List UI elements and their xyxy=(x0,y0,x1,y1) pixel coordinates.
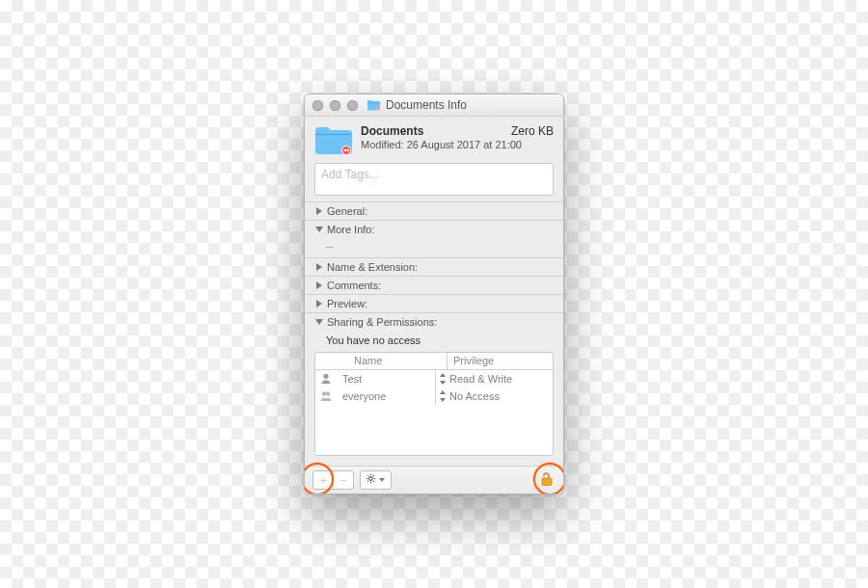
remove-user-button[interactable]: − xyxy=(334,471,353,489)
folder-large-icon xyxy=(314,124,353,157)
svg-line-14 xyxy=(367,475,368,476)
window-title: Documents Info xyxy=(367,98,556,112)
svg-point-9 xyxy=(369,477,373,481)
section-label: Comments: xyxy=(327,280,381,291)
section-general[interactable]: General: xyxy=(305,202,563,220)
chevron-right-icon xyxy=(314,207,323,216)
svg-line-17 xyxy=(367,481,368,482)
svg-rect-18 xyxy=(542,478,552,485)
stepper-icon[interactable] xyxy=(440,373,447,385)
item-header: Documents Zero KB Modified: 26 August 20… xyxy=(305,117,563,163)
action-menu-button[interactable] xyxy=(360,470,392,490)
minimize-button[interactable] xyxy=(330,100,340,111)
lock-icon xyxy=(540,471,554,490)
lock-button[interactable] xyxy=(538,471,556,489)
tags-placeholder: Add Tags... xyxy=(321,168,379,181)
add-user-button[interactable]: + xyxy=(313,471,333,489)
permissions-header: Name Privilege xyxy=(315,353,553,370)
item-name: Documents xyxy=(361,124,423,138)
privilege-value[interactable]: Read & Write xyxy=(449,373,512,385)
section-sharing[interactable]: Sharing & Permissions: xyxy=(305,313,563,331)
section-comments[interactable]: Comments: xyxy=(305,277,563,294)
chevron-down-icon xyxy=(314,318,323,327)
svg-point-7 xyxy=(322,391,326,395)
titlebar[interactable]: Documents Info xyxy=(305,94,563,117)
zoom-button[interactable] xyxy=(347,100,358,111)
user-icon xyxy=(315,372,337,386)
tags-field[interactable]: Add Tags... xyxy=(314,163,554,196)
section-name-extension[interactable]: Name & Extension: xyxy=(305,258,563,276)
table-row[interactable]: Test Read & Write xyxy=(315,370,553,388)
chevron-down-icon xyxy=(314,226,323,234)
section-more-info[interactable]: More Info: xyxy=(305,221,563,238)
section-preview[interactable]: Preview: xyxy=(305,295,563,312)
sharing-message: You have no access xyxy=(305,331,563,352)
item-size: Zero KB xyxy=(511,124,554,138)
chevron-right-icon xyxy=(314,263,323,272)
window-title-text: Documents Info xyxy=(386,98,467,112)
close-button[interactable] xyxy=(312,100,323,111)
svg-point-8 xyxy=(326,391,330,395)
chevron-right-icon xyxy=(314,281,323,290)
section-label: Name & Extension: xyxy=(327,261,418,273)
folder-icon xyxy=(367,99,381,111)
group-icon xyxy=(315,389,337,403)
svg-line-16 xyxy=(373,475,374,476)
window-controls xyxy=(312,100,358,111)
section-label: Sharing & Permissions: xyxy=(327,316,437,328)
svg-line-15 xyxy=(373,481,374,482)
stepper-icon[interactable] xyxy=(440,390,447,402)
section-label: More Info: xyxy=(327,224,375,235)
item-modified: Modified: 26 August 2017 at 21:00 xyxy=(361,139,554,150)
section-label: Preview: xyxy=(327,298,367,309)
privilege-value[interactable]: No Access xyxy=(449,390,500,402)
gear-icon xyxy=(366,473,376,487)
user-name: Test xyxy=(337,370,436,388)
section-label: General: xyxy=(327,205,367,217)
svg-point-6 xyxy=(323,374,328,379)
more-info-body: -- xyxy=(305,238,563,257)
table-row[interactable]: everyone No Access xyxy=(315,388,553,405)
user-name: everyone xyxy=(337,388,436,405)
svg-rect-5 xyxy=(343,149,349,151)
chevron-down-icon xyxy=(379,478,385,482)
permissions-table: Name Privilege Test Read & Write xyxy=(314,352,554,456)
chevron-right-icon xyxy=(314,300,323,308)
info-window: Documents Info Documents Zero KB Modifie… xyxy=(304,94,564,494)
column-privilege[interactable]: Privilege xyxy=(448,353,553,369)
add-remove-segment: + − xyxy=(312,470,354,490)
footer-toolbar: + − xyxy=(305,466,563,494)
svg-rect-2 xyxy=(377,108,379,109)
column-name[interactable]: Name xyxy=(348,353,448,369)
